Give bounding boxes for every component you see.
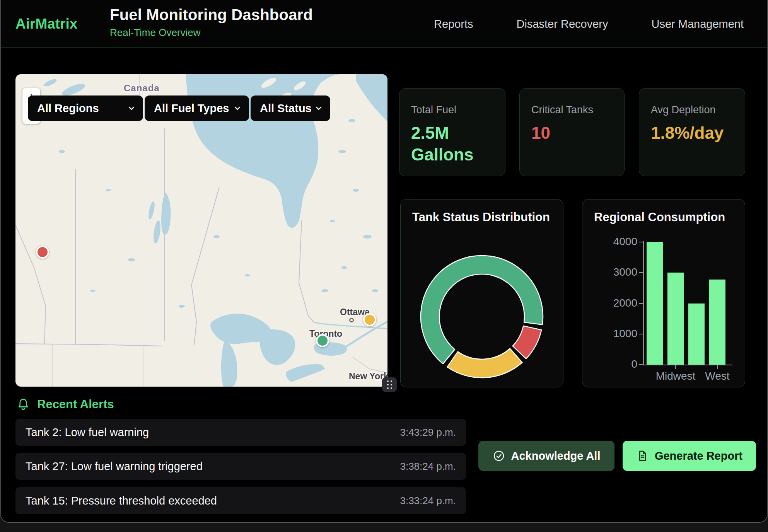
y-tick-mark [639,334,643,334]
acknowledge-all-button[interactable]: Acknowledge All [478,441,614,471]
alert-message: Tank 2: Low fuel warning [26,426,149,439]
y-tick-mark [639,303,643,304]
y-tick-label: 0 [583,358,637,370]
y-tick-mark [639,242,643,242]
regional-consumption-panel: Regional Consumption 01000200030004000Mi… [582,199,745,387]
stat-value: 10 [531,122,613,144]
bar-west [709,280,725,365]
tank-status-donut-chart [401,200,564,388]
ottawa-town-dot [349,318,354,322]
map-label-new-york: New York [349,371,387,382]
y-tick-label: 4000 [583,235,637,248]
check-circle-icon [493,450,505,462]
alert-time: 3:33:24 p.m. [400,495,456,507]
dashboard-root: AirMatrix Fuel Monitoring Dashboard Real… [0,0,768,523]
recent-alerts-title: Recent Alerts [37,397,114,411]
fuel-map[interactable]: Canada Ottawa Toronto New York + − All R… [15,74,387,387]
status-filter-value: All Status [260,102,312,115]
map-marker-warning[interactable] [363,313,376,326]
map-resize-handle[interactable] [382,377,397,392]
x-tick-label: West [690,370,744,382]
stat-label: Avg Depletion [651,104,733,116]
region-filter-value: All Regions [37,102,99,115]
nav-user-management[interactable]: User Management [651,18,744,31]
y-axis-line [643,241,644,365]
donut-segment-critical [513,326,542,359]
bell-icon [16,397,30,411]
header: AirMatrix Fuel Monitoring Dashboard Real… [1,0,767,48]
stat-value: 2.5M Gallons [411,122,493,166]
y-tick-mark [639,272,643,273]
fuel-type-filter-value: All Fuel Types [154,102,229,115]
x-axis-line [643,365,732,365]
x-tick-mark [717,365,718,369]
alert-row[interactable]: Tank 27: Low fuel warning triggered 3:38… [15,453,466,480]
page-title: Fuel Monitoring Dashboard [110,6,313,24]
map-marker-normal[interactable] [316,334,329,347]
nav-reports[interactable]: Reports [434,18,473,31]
bar-northeast [647,242,663,365]
status-filter-dropdown[interactable]: All Status [251,95,330,121]
regional-consumption-bar-chart: 01000200030004000MidwestWest [582,200,745,387]
nav-disaster-recovery[interactable]: Disaster Recovery [517,18,608,31]
stat-label: Total Fuel [411,104,493,116]
map-filters: All Regions All Fuel Types All Status [28,95,330,121]
alert-message: Tank 15: Pressure threshold exceeded [26,494,217,507]
title-block: Fuel Monitoring Dashboard Real-Time Over… [110,6,313,39]
stat-card-critical-tanks: Critical Tanks 10 [519,88,625,176]
y-tick-label: 1000 [583,327,637,340]
donut-segment-warning [447,349,522,378]
alert-row[interactable]: Tank 15: Pressure threshold exceeded 3:3… [15,487,466,514]
map-marker-critical[interactable] [36,246,49,259]
water-shapes [43,74,387,387]
x-tick-mark [675,365,676,369]
recent-alerts-header: Recent Alerts [16,396,114,413]
generate-report-label: Generate Report [655,450,742,462]
tank-status-panel: Tank Status Distribution [400,199,563,387]
y-tick-label: 3000 [583,266,637,278]
map-label-canada: Canada [124,83,160,94]
generate-report-button[interactable]: Generate Report [623,441,756,471]
chevron-down-icon [314,104,323,113]
alert-time: 3:38:24 p.m. [400,460,456,472]
acknowledge-all-label: Acknowledge All [511,450,601,462]
chevron-down-icon [233,104,242,113]
region-filter-dropdown[interactable]: All Regions [28,95,143,121]
fuel-type-filter-dropdown[interactable]: All Fuel Types [145,95,249,121]
bar-south [688,304,705,365]
stat-value: 1.8%/day [651,122,733,144]
alert-row[interactable]: Tank 2: Low fuel warning 3:43:29 p.m. [15,419,466,446]
stat-card-total-fuel: Total Fuel 2.5M Gallons [399,88,505,176]
y-tick-mark [639,364,643,365]
page-subtitle: Real-Time Overview [110,27,313,39]
alert-message: Tank 27: Low fuel warning triggered [26,460,203,473]
main-nav: Reports Disaster Recovery User Managemen… [434,0,744,48]
map-basemap [15,74,387,387]
alert-time: 3:43:29 p.m. [400,426,456,438]
brand-logo: AirMatrix [15,0,77,48]
chevron-down-icon [127,104,136,113]
bar-midwest [667,273,684,365]
stat-card-avg-depletion: Avg Depletion 1.8%/day [639,88,745,176]
stat-label: Critical Tanks [531,104,613,116]
y-tick-label: 2000 [583,297,637,309]
document-icon [636,450,649,462]
